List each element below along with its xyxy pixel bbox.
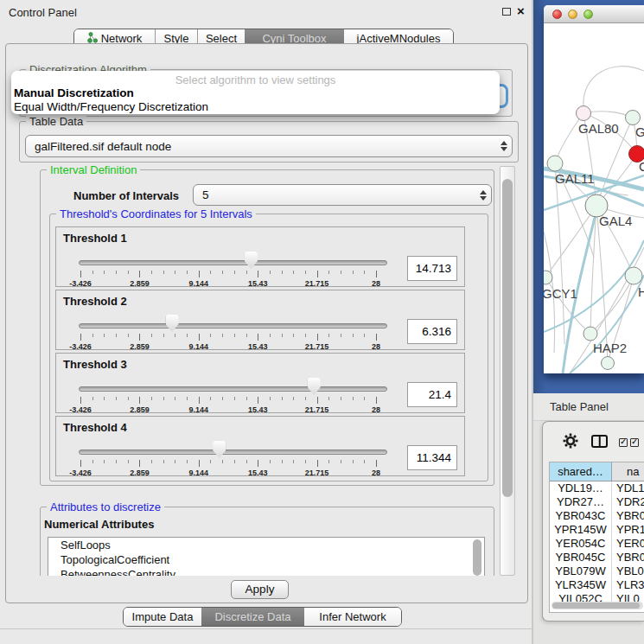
threshold-label: Threshold 1 <box>63 232 127 245</box>
network-node-gal80[interactable] <box>577 106 591 121</box>
minor-tick <box>163 460 164 463</box>
column-header-name[interactable]: na <box>612 462 644 481</box>
split-columns-icon[interactable] <box>591 435 608 448</box>
table-horizontal-scrollbar[interactable] <box>552 602 643 609</box>
slider-track[interactable] <box>79 450 387 455</box>
table-row[interactable]: YDL19…YDL1 <box>550 481 644 495</box>
tick-label: 21.715 <box>305 405 329 414</box>
list-scrollbar[interactable] <box>473 539 481 576</box>
slider-track[interactable] <box>79 323 387 328</box>
tick-label: 21.715 <box>305 469 329 477</box>
node-label: GAL11 <box>555 171 595 186</box>
number-of-intervals-label: Number of Intervals <box>73 189 179 202</box>
minor-tick <box>116 271 117 274</box>
major-tick <box>258 334 258 341</box>
table-row[interactable]: YDR27…YDR2 <box>550 495 644 509</box>
table-row[interactable]: YBR043CYBR0 <box>550 509 644 523</box>
tick-label: 28 <box>372 405 380 414</box>
list-item[interactable]: TopologicalCoefficient <box>48 552 484 567</box>
number-of-intervals-combobox[interactable]: 5 <box>193 184 492 206</box>
settings-scrollbar[interactable] <box>500 166 515 576</box>
cell-name: YLR3 <box>612 578 644 592</box>
scrollbar-thumb[interactable] <box>552 603 640 609</box>
bottom-tab-discretize-data[interactable]: Discretize Data <box>201 608 304 626</box>
minor-tick <box>293 271 294 274</box>
threshold-value-field[interactable]: 21.4 <box>407 382 457 407</box>
major-tick <box>258 460 258 467</box>
scrollbar-thumb[interactable] <box>502 179 513 497</box>
list-item[interactable]: SelfLoops <box>48 538 484 552</box>
network-edge[interactable] <box>555 163 564 344</box>
column-header-shared-name[interactable]: shared… <box>550 462 612 481</box>
slider-thumb[interactable] <box>245 252 258 269</box>
slider-track[interactable] <box>79 260 387 265</box>
slider-thumb[interactable] <box>213 441 226 458</box>
threshold-value-field[interactable]: 11.344 <box>407 445 457 470</box>
bottom-tab-label: Impute Data <box>132 610 194 623</box>
network-node-ga[interactable] <box>626 111 641 125</box>
zoom-traffic-light-icon[interactable] <box>583 10 593 19</box>
minor-tick <box>175 271 175 274</box>
table-row[interactable]: YBR045CYBR0 <box>550 551 644 564</box>
minor-tick <box>234 460 235 463</box>
apply-button[interactable]: Apply <box>231 580 289 599</box>
minor-tick <box>293 460 294 463</box>
numerical-attributes-list[interactable]: SelfLoopsTopologicalCoefficientBetweenne… <box>48 537 485 576</box>
node-label: C <box>639 159 644 174</box>
slider-ticks <box>80 271 376 277</box>
network-edge[interactable] <box>583 67 644 105</box>
minor-tick <box>222 334 223 337</box>
bottom-tab-infer-network[interactable]: Infer Network <box>304 608 401 626</box>
node-label: GAL4 <box>599 214 632 228</box>
cell-shared-name: YBR043C <box>550 509 612 523</box>
table-row[interactable]: YER054CYER0 <box>550 537 644 551</box>
major-tick <box>80 397 81 404</box>
table-row[interactable]: YLR345WYLR3 <box>550 578 644 592</box>
table-row[interactable]: YBL079WYBL0 <box>550 564 644 578</box>
network-node-h[interactable] <box>625 267 642 284</box>
network-node-gal11[interactable] <box>547 156 563 171</box>
network-node-hap2[interactable] <box>583 327 597 341</box>
minor-tick <box>282 334 283 337</box>
checkbox-icon[interactable]: ✓ <box>630 438 639 447</box>
dropdown-option-equal-width-frequency[interactable]: Equal Width/Frequency Discretization <box>13 100 208 113</box>
float-window-icon[interactable] <box>502 8 511 16</box>
minor-tick <box>364 460 365 463</box>
cell-name: YDR2 <box>612 495 644 509</box>
minor-tick <box>364 397 365 400</box>
network-edge[interactable] <box>590 276 634 334</box>
slider-track[interactable] <box>79 386 387 392</box>
minor-tick <box>175 334 175 337</box>
bottom-tab-impute-data[interactable]: Impute Data <box>124 608 201 626</box>
list-item[interactable]: BetweennessCentrality <box>48 567 484 576</box>
minimize-traffic-light-icon[interactable] <box>568 10 577 19</box>
slider-thumb[interactable] <box>308 378 321 395</box>
major-tick <box>139 271 140 277</box>
minor-tick <box>341 334 341 337</box>
close-icon[interactable]: × <box>517 3 525 18</box>
table-row[interactable]: YPR145WYPR1 <box>550 523 644 537</box>
table-data-group: Table Data galFiltered.sif default node <box>19 121 519 163</box>
node-label: GA <box>635 124 644 139</box>
cytoscape-desktop: GAL80GACGAL11GAL4GCY1HHAP2 <box>533 0 644 393</box>
network-canvas[interactable]: GAL80GACGAL11GAL4GCY1HHAP2 <box>544 24 644 373</box>
interval-definition-group: Interval Definition Number of Intervals … <box>40 169 494 486</box>
gear-icon[interactable] <box>563 433 578 449</box>
close-traffic-light-icon[interactable] <box>552 10 562 19</box>
minor-tick <box>210 397 211 400</box>
minor-tick <box>270 460 271 463</box>
threshold-value-field[interactable]: 6.316 <box>407 319 457 344</box>
dropdown-option-manual-discretization[interactable]: Manual Discretization <box>13 86 134 99</box>
slider-thumb[interactable] <box>166 315 179 332</box>
slider-ticks <box>80 460 376 467</box>
checkbox-icon[interactable]: ✓ <box>619 438 628 447</box>
bottom-tab-label: Infer Network <box>319 610 386 623</box>
bottom-tab-label: Discretize Data <box>214 610 290 623</box>
combo-arrows-icon <box>475 190 491 201</box>
minor-tick <box>364 271 365 274</box>
table-data-combobox[interactable]: galFiltered.sif default node <box>25 135 513 157</box>
threshold-value-field[interactable]: 14.713 <box>407 256 457 281</box>
major-tick <box>199 460 200 467</box>
network-node[interactable] <box>602 357 615 370</box>
network-edge[interactable] <box>596 206 608 361</box>
